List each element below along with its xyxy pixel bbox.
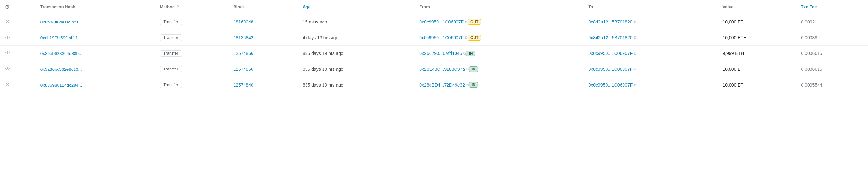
to-address-link[interactable]: 0x0c9950...1C06907F	[589, 82, 633, 87]
row-eye-cell: 👁	[0, 46, 35, 61]
method-badge: Transfer	[160, 82, 182, 88]
row-method-cell: Transfer	[155, 14, 228, 30]
row-method-cell: Transfer	[155, 30, 228, 46]
tx-hash-link[interactable]: 0x886986124dc284...	[40, 83, 82, 87]
table-row: 👁 0x886986124dc284... Transfer 12574840 …	[0, 77, 868, 93]
row-tx-hash-cell: 0x886986124dc284...	[35, 77, 155, 93]
row-block-cell: 18136842	[228, 30, 298, 46]
row-block-cell: 18169048	[228, 14, 298, 30]
from-address-link[interactable]: 0x28E43C...9188C37a	[419, 67, 465, 72]
row-method-cell: Transfer	[155, 61, 228, 77]
method-badge: Transfer	[160, 50, 182, 57]
tx-hash-link[interactable]: 0x6f790f0deae5b21...	[40, 20, 83, 24]
row-eye-cell: 👁	[0, 77, 35, 93]
value-text: 10,000 ETH	[722, 82, 747, 87]
to-address-link[interactable]: 0x842a12...5B701820	[589, 19, 632, 24]
table-row: 👁 0x3a36bc562e8c16... Transfer 12574856 …	[0, 61, 868, 77]
row-fee-cell: 0.00021	[796, 14, 868, 30]
from-copy-icon[interactable]: ⧉	[465, 35, 468, 40]
eye-icon: 👁	[5, 19, 10, 24]
to-copy-icon[interactable]: ⧉	[634, 83, 637, 87]
row-to-cell: 0x842a12...5B701820 ⧉	[583, 30, 718, 46]
block-link[interactable]: 12574840	[233, 82, 253, 87]
from-address-link[interactable]: 0x28dBD4...72D49e32	[419, 82, 465, 87]
fee-text: 0.0006615	[801, 67, 822, 72]
method-badge: Transfer	[160, 19, 182, 25]
fee-text: 0.0006615	[801, 51, 822, 56]
row-age-cell: 4 days 13 hrs ago	[298, 30, 414, 46]
eye-circle-icon: ⊙	[5, 4, 9, 10]
method-help-icon: ?	[176, 5, 179, 9]
age-text: 835 days 19 hrs ago	[303, 82, 343, 87]
table-row: 👁 0x39eb6283e4d88b... Transfer 12574866 …	[0, 46, 868, 61]
row-from-cell: 0x0c9950...1C06907F ⧉ OUT	[414, 30, 583, 46]
row-fee-cell: 0.0006615	[796, 46, 868, 61]
method-badge: Transfer	[160, 34, 182, 41]
row-tx-hash-cell: 0x3a36bc562e8c16...	[35, 61, 155, 77]
to-copy-icon[interactable]: ⧉	[634, 51, 637, 56]
row-age-cell: 835 days 19 hrs ago	[298, 61, 414, 77]
block-link[interactable]: 18169048	[233, 19, 253, 24]
age-text: 15 mins ago	[303, 19, 327, 24]
row-fee-cell: 0.0005544	[796, 77, 868, 93]
block-link[interactable]: 12574856	[233, 67, 253, 72]
tx-hash-link[interactable]: 0x39eb6283e4d88b...	[40, 51, 83, 56]
value-text: 10,000 ETH	[722, 67, 747, 72]
row-block-cell: 12574840	[228, 77, 298, 93]
value-text: 9,999 ETH	[722, 51, 744, 56]
row-age-cell: 835 days 19 hrs ago	[298, 77, 414, 93]
row-to-cell: 0x0c9950...1C06907F ⧉	[583, 77, 718, 93]
col-to-header: To	[583, 0, 718, 14]
col-fee-header: Txn Fee	[796, 0, 868, 14]
value-text: 10,000 ETH	[722, 35, 747, 40]
block-link[interactable]: 18136842	[233, 35, 253, 40]
tx-hash-link[interactable]: 0xcb19f31599c4fef...	[40, 35, 81, 40]
direction-badge: IN	[469, 82, 478, 88]
row-value-cell: 10,000 ETH	[717, 30, 796, 46]
row-from-cell: 0x0c9950...1C06907F ⧉ OUT	[414, 14, 583, 30]
to-address-link[interactable]: 0x0c9950...1C06907F	[589, 51, 633, 56]
to-address-link[interactable]: 0x0c9950...1C06907F	[589, 67, 633, 72]
to-copy-icon[interactable]: ⧉	[634, 67, 637, 72]
from-address-link[interactable]: 0x0c9950...1C06907F	[419, 35, 464, 40]
eye-icon: 👁	[5, 82, 10, 87]
from-copy-icon[interactable]: ⧉	[465, 20, 468, 24]
col-from-header: From	[414, 0, 583, 14]
row-value-cell: 10,000 ETH	[717, 61, 796, 77]
eye-icon: 👁	[5, 35, 10, 40]
direction-badge: IN	[469, 66, 478, 72]
row-block-cell: 12574866	[228, 46, 298, 61]
from-address-link[interactable]: 0x266293...0Afd1045	[419, 51, 462, 56]
direction-badge: OUT	[468, 35, 481, 41]
col-icon-header: ⊙	[0, 0, 35, 14]
col-tx-hash-header: Transaction Hash	[35, 0, 155, 14]
fee-text: 0.00021	[801, 19, 817, 24]
from-copy-icon[interactable]: ⧉	[466, 67, 469, 72]
row-block-cell: 12574856	[228, 61, 298, 77]
method-badge: Transfer	[160, 66, 182, 72]
row-tx-hash-cell: 0x6f790f0deae5b21...	[35, 14, 155, 30]
from-address-link[interactable]: 0x0c9950...1C06907F	[419, 19, 464, 24]
row-eye-cell: 👁	[0, 61, 35, 77]
row-value-cell: 10,000 ETH	[717, 14, 796, 30]
to-copy-icon[interactable]: ⧉	[634, 35, 637, 40]
block-link[interactable]: 12574866	[233, 51, 253, 56]
row-from-cell: 0x266293...0Afd1045 ⧉ IN	[414, 46, 583, 61]
row-to-cell: 0x842a12...5B701820 ⧉	[583, 14, 718, 30]
col-age-header: Age	[298, 0, 414, 14]
row-eye-cell: 👁	[0, 14, 35, 30]
from-copy-icon[interactable]: ⧉	[463, 51, 466, 56]
to-copy-icon[interactable]: ⧉	[634, 20, 637, 24]
transactions-table: ⊙ Transaction Hash Method ? Block Age Fr…	[0, 0, 868, 93]
row-tx-hash-cell: 0x39eb6283e4d88b...	[35, 46, 155, 61]
table-row: 👁 0x6f790f0deae5b21... Transfer 18169048…	[0, 14, 868, 30]
row-age-cell: 835 days 19 hrs ago	[298, 46, 414, 61]
row-tx-hash-cell: 0xcb19f31599c4fef...	[35, 30, 155, 46]
col-method-header: Method ?	[155, 0, 228, 14]
eye-icon: 👁	[5, 66, 10, 72]
tx-hash-link[interactable]: 0x3a36bc562e8c16...	[40, 67, 82, 72]
to-address-link[interactable]: 0x842a12...5B701820	[589, 35, 632, 40]
from-copy-icon[interactable]: ⧉	[466, 83, 469, 87]
direction-badge: IN	[466, 51, 475, 56]
table-row: 👁 0xcb19f31599c4fef... Transfer 18136842…	[0, 30, 868, 46]
